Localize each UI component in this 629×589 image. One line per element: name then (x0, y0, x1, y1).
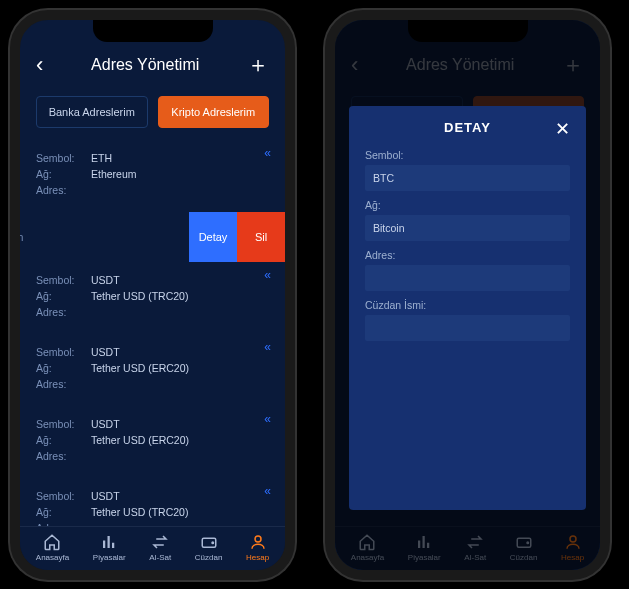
svg-rect-0 (103, 541, 105, 549)
address-entry[interactable]: « Sembol:USDT Ağ:Tether USD (TRC20) Adre… (36, 478, 269, 526)
network-input[interactable] (365, 215, 570, 241)
address-list[interactable]: « Sembol:ETH Ağ:Ethereum Adres: oin Deta… (20, 140, 285, 526)
notch (408, 20, 528, 42)
swipe-actions: Detay Sil (189, 212, 285, 262)
page-title: Adres Yönetimi (91, 56, 199, 74)
label-wallet-name: Cüzdan İsmi: (365, 299, 570, 311)
tab-crypto-addresses[interactable]: Kripto Adreslerim (158, 96, 270, 128)
tabs: Banka Adreslerim Kripto Adreslerim (20, 90, 285, 140)
exchange-icon (151, 533, 169, 551)
label-network: Ağ: (36, 168, 91, 180)
add-button[interactable]: ＋ (247, 50, 269, 80)
notch (93, 20, 213, 42)
delete-button[interactable]: Sil (237, 212, 285, 262)
address-entry[interactable]: « Sembol:ETH Ağ:Ethereum Adres: (36, 140, 269, 212)
truncated-text: oin (20, 232, 23, 243)
svg-rect-2 (112, 543, 114, 548)
address-input[interactable] (365, 265, 570, 291)
nav-trade[interactable]: Al-Sat (149, 533, 171, 562)
close-icon[interactable]: ✕ (555, 118, 570, 140)
bars-icon (100, 533, 118, 551)
home-icon (43, 533, 61, 551)
bottom-nav: Anasayfa Piyasalar Al-Sat Cüzdan Hesap (20, 526, 285, 570)
svg-point-5 (255, 536, 261, 542)
label-network: Ağ: (365, 199, 570, 211)
address-entry[interactable]: « Sembol:USDT Ağ:Tether USD (ERC20) Adre… (36, 406, 269, 478)
symbol-input[interactable] (365, 165, 570, 191)
wallet-name-input[interactable] (365, 315, 570, 341)
detail-modal: DETAY ✕ Sembol: Ağ: Adres: Cüzdan İsmi: (349, 106, 586, 510)
label-symbol: Sembol: (36, 152, 91, 164)
label-address: Adres: (36, 184, 91, 196)
detail-button[interactable]: Detay (189, 212, 237, 262)
label-address: Adres: (365, 249, 570, 261)
chevron-right-icon[interactable]: « (264, 340, 269, 354)
address-entry[interactable]: « Sembol:USDT Ağ:Tether USD (ERC20) Adre… (36, 334, 269, 406)
nav-markets[interactable]: Piyasalar (93, 533, 126, 562)
svg-rect-1 (108, 536, 110, 548)
phone-list-view: ‹ Adres Yönetimi ＋ Banka Adreslerim Krip… (10, 10, 295, 580)
address-entry[interactable]: « Sembol:USDT Ağ:Tether USD (TRC20) Adre… (36, 262, 269, 334)
value-symbol: ETH (91, 152, 269, 164)
value-network: Ethereum (91, 168, 269, 180)
nav-wallet[interactable]: Cüzdan (195, 533, 223, 562)
chevron-right-icon[interactable]: « (264, 484, 269, 498)
modal-title: DETAY (444, 120, 491, 135)
svg-point-4 (212, 542, 214, 544)
phone-detail-modal: ‹ Adres Yönetimi ＋ Banka Adreslerim Krip… (325, 10, 610, 580)
label-symbol: Sembol: (365, 149, 570, 161)
user-icon (249, 533, 267, 551)
tab-bank-addresses[interactable]: Banka Adreslerim (36, 96, 148, 128)
nav-home[interactable]: Anasayfa (36, 533, 69, 562)
back-button[interactable]: ‹ (36, 52, 43, 78)
address-entry-swiped[interactable]: oin Detay Sil (36, 212, 269, 262)
nav-account[interactable]: Hesap (246, 533, 269, 562)
chevron-right-icon[interactable]: « (264, 146, 269, 160)
wallet-icon (200, 533, 218, 551)
chevron-right-icon[interactable]: « (264, 268, 269, 282)
value-address (91, 184, 269, 196)
chevron-right-icon[interactable]: « (264, 412, 269, 426)
delete-button-peek: Sil (600, 194, 610, 244)
